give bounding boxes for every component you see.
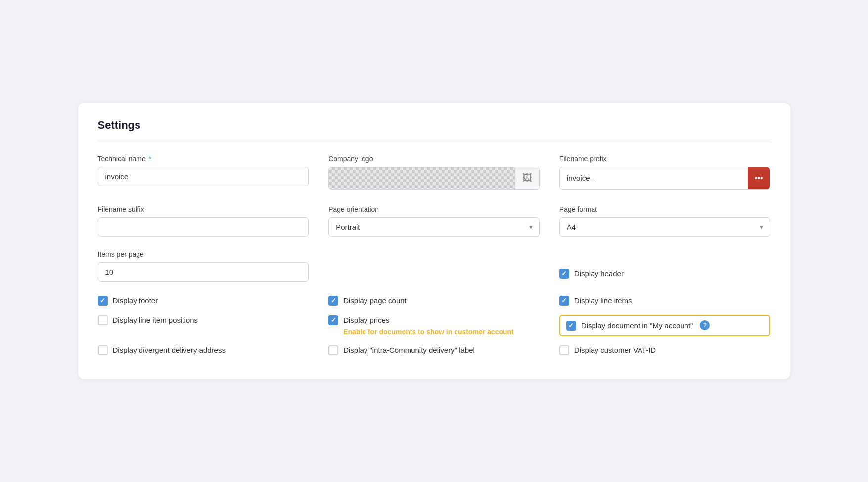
display-divergent-delivery-checkbox[interactable] xyxy=(98,345,108,355)
page-orientation-select-wrapper: Portrait Landscape ▾ xyxy=(328,217,540,237)
display-header-checkbox[interactable] xyxy=(559,269,569,279)
required-star: * xyxy=(147,155,151,163)
dots-button[interactable]: ••• xyxy=(748,167,770,189)
display-intra-community-label: Display "intra-Community delivery" label xyxy=(343,345,475,355)
page-format-group: Page format A4 Letter Legal ▾ xyxy=(559,205,771,237)
filename-prefix-input[interactable] xyxy=(560,169,748,187)
display-document-checkbox[interactable] xyxy=(566,321,576,331)
display-customer-vat-checkbox-item[interactable]: Display customer VAT-ID xyxy=(559,345,771,355)
display-prices-checkbox-item[interactable]: Display prices xyxy=(328,315,540,325)
display-prices-label: Display prices xyxy=(343,315,389,325)
display-document-label: Display document in "My account" xyxy=(581,321,693,330)
display-document-highlight-box: Display document in "My account" ? xyxy=(559,315,771,337)
page-format-label: Page format xyxy=(559,205,771,213)
display-page-count-label: Display page count xyxy=(343,295,407,306)
items-header-row: Items per page Display header xyxy=(98,250,771,282)
tooltip-text: Enable for documents to show in customer… xyxy=(343,328,514,336)
filename-suffix-group: Filename suffix xyxy=(98,205,309,237)
page-format-select-wrapper: A4 Letter Legal ▾ xyxy=(559,217,771,237)
page-orientation-label: Page orientation xyxy=(328,205,540,213)
items-per-page-group: Items per page xyxy=(98,250,309,282)
display-footer-checkbox-item[interactable]: Display footer xyxy=(98,295,309,306)
filename-suffix-label: Filename suffix xyxy=(98,205,309,213)
page-format-select[interactable]: A4 Letter Legal xyxy=(559,217,771,237)
display-customer-vat-checkbox[interactable] xyxy=(559,345,569,355)
tooltip-text-area: Enable for documents to show in customer… xyxy=(328,327,540,337)
page-title: Settings xyxy=(98,119,771,141)
display-header-checkbox-item[interactable]: Display header xyxy=(559,268,624,279)
filename-prefix-wrapper: ••• xyxy=(559,167,771,190)
company-logo-label: Company logo xyxy=(328,155,540,163)
items-per-page-input[interactable] xyxy=(98,262,309,282)
display-intra-community-checkbox-item[interactable]: Display "intra-Community delivery" label xyxy=(328,345,540,355)
company-logo-group: Company logo 🖼 xyxy=(328,155,540,190)
display-line-items-label: Display line items xyxy=(574,295,632,306)
display-line-items-checkbox-item[interactable]: Display line items xyxy=(559,295,771,306)
technical-name-input[interactable] xyxy=(98,167,309,186)
display-footer-checkbox[interactable] xyxy=(98,296,108,306)
technical-name-group: Technical name * xyxy=(98,155,309,190)
display-page-count-checkbox[interactable] xyxy=(328,296,338,306)
display-prices-checkbox[interactable] xyxy=(328,315,338,325)
filename-prefix-label: Filename prefix xyxy=(559,155,771,163)
display-divergent-delivery-label: Display divergent delivery address xyxy=(113,345,226,355)
image-icon: 🖼 xyxy=(522,172,532,184)
form-grid: Technical name * Company logo 🖼 Filename… xyxy=(98,155,771,237)
checkbox-grid: Display footer Display page count Displa… xyxy=(98,295,771,356)
items-per-page-label: Items per page xyxy=(98,250,309,258)
display-header-label: Display header xyxy=(574,268,624,279)
dots-icon: ••• xyxy=(755,174,763,183)
settings-card: Settings Technical name * Company logo 🖼… xyxy=(78,103,790,380)
display-prices-col: Display prices Enable for documents to s… xyxy=(328,315,540,337)
display-page-count-checkbox-item[interactable]: Display page count xyxy=(328,295,540,306)
display-line-item-positions-checkbox[interactable] xyxy=(98,315,108,325)
display-customer-vat-label: Display customer VAT-ID xyxy=(574,345,656,355)
logo-input-wrapper: 🖼 xyxy=(328,167,540,190)
page-orientation-group: Page orientation Portrait Landscape ▾ xyxy=(328,205,540,237)
page-orientation-select[interactable]: Portrait Landscape xyxy=(328,217,540,237)
display-intra-community-checkbox[interactable] xyxy=(328,345,338,355)
technical-name-label: Technical name * xyxy=(98,155,309,163)
display-line-item-positions-checkbox-item[interactable]: Display line item positions xyxy=(98,315,309,337)
display-divergent-delivery-checkbox-item[interactable]: Display divergent delivery address xyxy=(98,345,309,355)
logo-upload-button[interactable]: 🖼 xyxy=(515,167,539,189)
filename-prefix-group: Filename prefix ••• xyxy=(559,155,771,190)
display-footer-label: Display footer xyxy=(113,295,158,306)
display-line-items-checkbox[interactable] xyxy=(559,296,569,306)
display-line-item-positions-label: Display line item positions xyxy=(113,315,198,325)
question-icon[interactable]: ? xyxy=(700,320,710,330)
middle-spacer xyxy=(328,250,540,282)
filename-suffix-input[interactable] xyxy=(98,217,309,237)
logo-checkerboard xyxy=(329,167,515,189)
display-header-area: Display header xyxy=(559,250,771,282)
